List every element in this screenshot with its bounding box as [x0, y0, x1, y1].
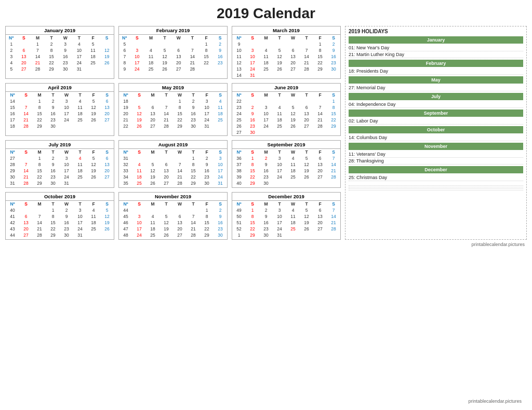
- cal-cell: 15: [246, 220, 259, 226]
- cal-cell: [273, 41, 286, 47]
- cal-cell: [300, 186, 313, 187]
- cal-cell: 16: [60, 220, 73, 226]
- cal-cell: 20: [173, 226, 187, 232]
- holiday-item: 14: Columbus Day: [349, 134, 523, 141]
- cal-cell: 4: [6, 60, 17, 66]
- cal-cell: [313, 180, 327, 186]
- cal-cell: [286, 186, 300, 187]
- cal-cell: 30: [60, 232, 73, 238]
- cal-cell: 14: [19, 168, 33, 174]
- cal-cell: 24: [273, 226, 286, 232]
- cal-cell: 35: [119, 180, 132, 186]
- cal-cell: [185, 72, 200, 73]
- cal-cell: 14: [185, 53, 200, 60]
- cal-cell: 13: [171, 53, 185, 60]
- cal-cell: 14: [313, 111, 327, 117]
- month-title: May 2019: [119, 84, 227, 92]
- cal-cell: [144, 72, 158, 73]
- cal-cell: 30: [327, 66, 340, 72]
- cal-cell: 27: [313, 174, 327, 180]
- cal-cell: 31: [246, 72, 259, 78]
- cal-cell: 10: [259, 111, 273, 117]
- cal-cell: 4: [146, 213, 159, 220]
- month-title: March 2019: [232, 26, 340, 35]
- cal-cell: [132, 155, 146, 161]
- cal-cell: [259, 129, 273, 135]
- cal-cell: 6: [171, 47, 185, 53]
- cal-cell: 22: [246, 174, 259, 180]
- cal-cell: 4: [73, 155, 87, 161]
- cal-cell: [31, 72, 45, 73]
- cal-cell: 1: [246, 155, 259, 161]
- cal-cell: 27: [17, 66, 31, 72]
- cal-cell: [146, 186, 159, 187]
- cal-cell: [286, 72, 300, 78]
- cal-cell: 28: [19, 123, 33, 129]
- cal-cell: 9: [46, 104, 60, 111]
- cal-cell: 1: [200, 207, 214, 213]
- cal-cell: 17: [60, 168, 73, 174]
- cal-cell: 14: [31, 53, 45, 60]
- cal-cell: 19: [158, 60, 172, 66]
- cal-cell: 30: [214, 232, 227, 238]
- holiday-item: 27: Memorial Day: [349, 85, 523, 91]
- cal-cell: [100, 72, 114, 73]
- cal-cell: 5: [300, 207, 313, 213]
- cal-cell: 24: [232, 111, 246, 117]
- cal-cell: [6, 129, 19, 130]
- cal-cell: 30: [187, 123, 200, 129]
- cal-cell: [246, 41, 259, 47]
- cal-cell: 26: [87, 117, 100, 123]
- cal-cell: 23: [232, 104, 246, 111]
- cal-cell: 20: [19, 226, 33, 232]
- cal-cell: 21: [313, 117, 327, 123]
- cal-cell: [173, 155, 187, 161]
- cal-cell: 11: [146, 220, 159, 226]
- cal-cell: 27: [232, 129, 246, 135]
- cal-cell: 15: [46, 220, 60, 226]
- cal-cell: 11: [73, 104, 87, 111]
- cal-cell: 9: [246, 111, 259, 117]
- cal-cell: [187, 129, 200, 130]
- cal-cell: 1: [33, 155, 46, 161]
- month-calendar: April 2019NºSMTWTFS141234561578910111213…: [5, 83, 114, 136]
- cal-cell: 7: [159, 104, 173, 111]
- calendars-grid: January 2019NºSMTWTFS1123452678910111231…: [5, 26, 341, 240]
- cal-cell: 17: [130, 60, 144, 66]
- cal-cell: 1: [246, 207, 259, 213]
- cal-cell: 23: [213, 60, 227, 66]
- cal-cell: 15: [33, 168, 46, 174]
- cal-cell: 4: [73, 98, 87, 104]
- cal-cell: 16: [187, 111, 200, 117]
- cal-cell: 15: [33, 111, 46, 117]
- cal-cell: 4: [214, 98, 227, 104]
- cal-cell: [246, 238, 259, 239]
- cal-cell: 5: [158, 47, 172, 53]
- cal-cell: 16: [213, 53, 227, 60]
- cal-cell: 6: [173, 213, 187, 220]
- cal-cell: [313, 98, 327, 104]
- cal-cell: 3: [259, 104, 273, 111]
- cal-cell: 20: [171, 60, 185, 66]
- cal-cell: 18: [144, 60, 158, 66]
- cal-cell: 10: [246, 53, 259, 60]
- cal-cell: [327, 232, 340, 238]
- cal-cell: 22: [187, 174, 200, 180]
- cal-cell: 14: [159, 111, 173, 117]
- cal-cell: 6: [19, 213, 33, 220]
- cal-cell: 30: [246, 129, 259, 135]
- cal-cell: 2: [327, 41, 340, 47]
- cal-cell: 18: [286, 168, 300, 174]
- cal-cell: 29: [246, 180, 259, 186]
- holiday-month-header: July: [349, 93, 523, 100]
- cal-cell: 2: [6, 47, 17, 53]
- cal-cell: 5: [300, 155, 313, 161]
- cal-cell: 4: [259, 47, 273, 53]
- cal-cell: 31: [60, 180, 73, 186]
- cal-cell: 7: [313, 104, 327, 111]
- cal-cell: 22: [33, 117, 46, 123]
- cal-cell: [159, 155, 173, 161]
- cal-cell: 17: [132, 226, 146, 232]
- cal-cell: [232, 238, 246, 239]
- cal-cell: 24: [60, 117, 73, 123]
